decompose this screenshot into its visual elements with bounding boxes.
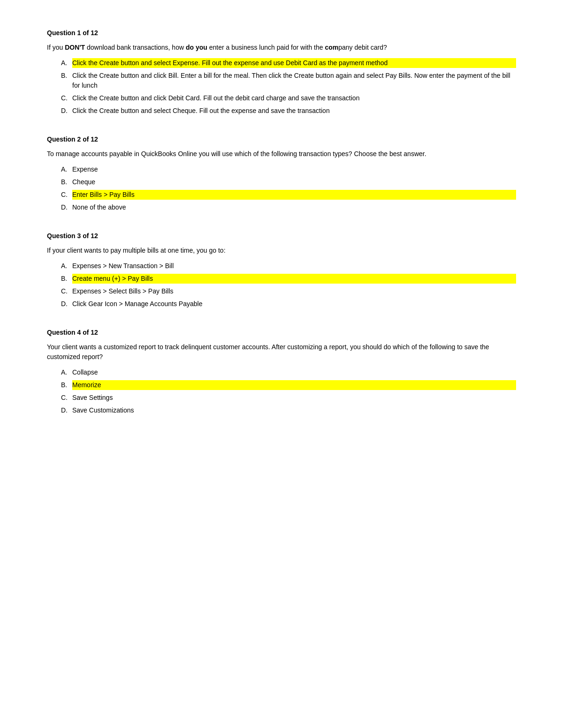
question-header-2: Question 2 of 12 [47, 135, 516, 144]
answer-letter-4-4: D. [61, 405, 69, 415]
answer-letter-2-3: C. [61, 190, 69, 200]
question-text-2: To manage accounts payable in QuickBooks… [47, 149, 516, 159]
answer-text-3-1: Expenses > New Transaction > Bill [72, 261, 516, 271]
answer-letter-3-2: B. [61, 274, 69, 284]
question-text-3: If your client wants to pay multiple bil… [47, 246, 516, 255]
answer-letter-1-2: B. [61, 71, 69, 81]
app-container: Question 1 of 12If you DON'T download ba… [47, 28, 516, 415]
answer-letter-1-4: D. [61, 106, 69, 116]
question-header-4: Question 4 of 12 [47, 328, 516, 338]
answer-list-1: A.Click the Create button and select Exp… [47, 58, 516, 116]
answer-text-2-1: Expense [72, 165, 516, 174]
answer-item-3-4: D.Click Gear Icon > Manage Accounts Paya… [61, 299, 516, 309]
answer-letter-2-2: B. [61, 177, 69, 187]
answer-letter-2-1: A. [61, 165, 69, 174]
answer-item-1-3: C.Click the Create button and click Debi… [61, 93, 516, 103]
answer-text-2-3: Enter Bills > Pay Bills [72, 190, 516, 200]
answer-letter-4-2: B. [61, 380, 69, 390]
question-text-1: If you DON'T download bank transactions,… [47, 43, 516, 53]
answer-item-4-1: A.Collapse [61, 368, 516, 377]
answer-item-1-4: D.Click the Create button and select Che… [61, 106, 516, 116]
answer-list-2: A.ExpenseB.ChequeC.Enter Bills > Pay Bil… [47, 165, 516, 212]
answer-text-4-2: Memorize [72, 380, 516, 390]
answer-letter-1-3: C. [61, 93, 69, 103]
question-header-3: Question 3 of 12 [47, 231, 516, 241]
answer-text-3-3: Expenses > Select Bills > Pay Bills [72, 286, 516, 296]
answer-text-1-1: Click the Create button and select Expen… [72, 58, 516, 68]
answer-text-4-1: Collapse [72, 368, 516, 377]
question-block-3: Question 3 of 12If your client wants to … [47, 231, 516, 309]
answer-item-3-2: B.Create menu (+) > Pay Bills [61, 274, 516, 284]
answer-text-2-4: None of the above [72, 203, 516, 212]
answer-list-4: A.CollapseB.MemorizeC.Save SettingsD.Sav… [47, 368, 516, 415]
answer-item-2-4: D.None of the above [61, 203, 516, 212]
answer-item-4-3: C.Save Settings [61, 393, 516, 403]
answer-letter-3-4: D. [61, 299, 69, 309]
answer-list-3: A.Expenses > New Transaction > BillB.Cre… [47, 261, 516, 309]
answer-text-3-2: Create menu (+) > Pay Bills [72, 274, 516, 284]
answer-item-2-3: C.Enter Bills > Pay Bills [61, 190, 516, 200]
question-text-4: Your client wants a customized report to… [47, 342, 516, 362]
answer-text-4-4: Save Customizations [72, 405, 516, 415]
answer-letter-3-1: A. [61, 261, 69, 271]
answer-text-4-3: Save Settings [72, 393, 516, 403]
answer-text-2-2: Cheque [72, 177, 516, 187]
answer-item-4-4: D.Save Customizations [61, 405, 516, 415]
answer-item-3-3: C.Expenses > Select Bills > Pay Bills [61, 286, 516, 296]
question-block-2: Question 2 of 12To manage accounts payab… [47, 135, 516, 212]
answer-letter-4-1: A. [61, 368, 69, 377]
answer-item-1-2: B.Click the Create button and click Bill… [61, 71, 516, 90]
question-header-1: Question 1 of 12 [47, 28, 516, 38]
answer-item-2-2: B.Cheque [61, 177, 516, 187]
answer-item-3-1: A.Expenses > New Transaction > Bill [61, 261, 516, 271]
answer-text-1-2: Click the Create button and click Bill. … [72, 71, 516, 90]
question-block-1: Question 1 of 12If you DON'T download ba… [47, 28, 516, 116]
answer-letter-2-4: D. [61, 203, 69, 212]
answer-letter-1-1: A. [61, 58, 69, 68]
answer-text-1-4: Click the Create button and select Chequ… [72, 106, 516, 116]
answer-item-4-2: B.Memorize [61, 380, 516, 390]
answer-item-2-1: A.Expense [61, 165, 516, 174]
answer-text-1-3: Click the Create button and click Debit … [72, 93, 516, 103]
question-block-4: Question 4 of 12Your client wants a cust… [47, 328, 516, 415]
answer-item-1-1: A.Click the Create button and select Exp… [61, 58, 516, 68]
answer-text-3-4: Click Gear Icon > Manage Accounts Payabl… [72, 299, 516, 309]
answer-letter-3-3: C. [61, 286, 69, 296]
answer-letter-4-3: C. [61, 393, 69, 403]
